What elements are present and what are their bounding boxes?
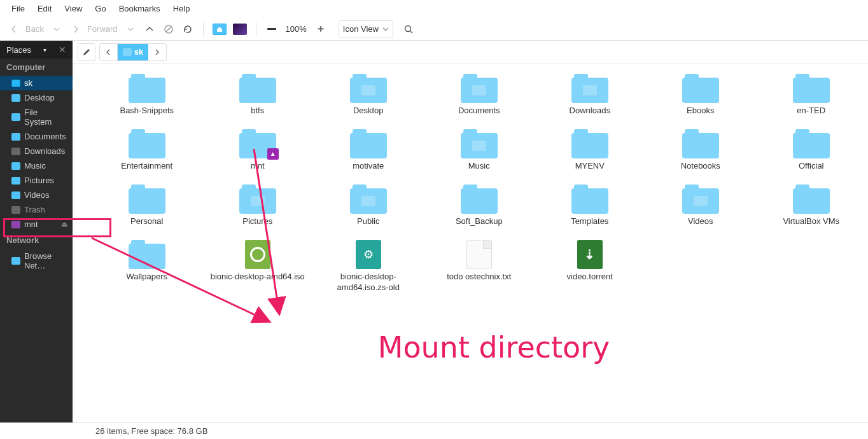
file-item[interactable]: bionic-desktop-amd64.iso — [202, 236, 313, 302]
file-label: bionic-desktop-amd64.iso.zs-old — [318, 272, 419, 293]
parent-button[interactable] — [141, 20, 158, 38]
sidebar-item-browse-net-[interactable]: Browse Net… — [0, 249, 73, 273]
eject-icon[interactable]: ⏏ — [61, 220, 67, 228]
zoom-in-button[interactable]: ＋ — [312, 20, 330, 38]
forward-menu-button[interactable] — [122, 20, 139, 38]
pathbar: sk — [73, 41, 868, 64]
file-item[interactable]: Ebooks — [645, 70, 756, 125]
drive-icon — [11, 221, 20, 228]
file-item[interactable]: ⇣video.torrent — [535, 236, 645, 302]
home-button[interactable] — [210, 20, 229, 38]
chevron-left-icon — [105, 49, 111, 55]
sidebar-item-downloads[interactable]: Downloads — [0, 144, 73, 158]
file-item[interactable]: Desktop — [313, 70, 424, 125]
chevron-down-icon: ▾ — [43, 46, 46, 53]
home-icon — [213, 24, 227, 35]
desktop-emblem-icon — [361, 85, 375, 95]
file-label: mnt — [251, 161, 265, 172]
file-item[interactable]: Documents — [424, 70, 535, 125]
file-item[interactable]: ▲mnt — [202, 125, 313, 181]
file-item[interactable]: Personal — [92, 181, 202, 236]
computer-button[interactable] — [230, 20, 249, 38]
file-item[interactable]: Music — [424, 125, 535, 181]
forward-button[interactable] — [67, 20, 85, 38]
sidebar-item-desktop[interactable]: Desktop — [0, 90, 73, 105]
back-menu-button[interactable] — [48, 20, 66, 38]
menu-bookmarks[interactable]: Bookmarks — [113, 1, 167, 16]
stop-button[interactable] — [160, 20, 178, 38]
sidebar-item-trash[interactable]: Trash — [0, 202, 73, 217]
file-item[interactable]: Public — [313, 181, 424, 236]
file-item[interactable]: en-TED — [756, 70, 867, 125]
file-item[interactable]: Notebooks — [645, 125, 756, 181]
status-text: 26 items, Free space: 76.8 GB — [95, 426, 207, 436]
search-button[interactable] — [400, 20, 417, 38]
file-item[interactable]: MYENV — [535, 125, 645, 181]
reload-button[interactable] — [179, 20, 197, 38]
video-emblem-icon — [694, 196, 708, 206]
sidebar-item-mnt[interactable]: mnt⏏ — [0, 217, 73, 232]
sidebar-item-videos[interactable]: Videos — [0, 188, 73, 202]
file-item[interactable]: todo ostechnix.txt — [424, 236, 535, 302]
folder-icon — [129, 185, 165, 214]
sidebar-item-pictures[interactable]: Pictures — [0, 173, 73, 188]
folder-icon — [11, 162, 20, 170]
file-label: Templates — [571, 216, 608, 227]
file-item[interactable]: ⚙bionic-desktop-amd64.iso.zs-old — [313, 236, 424, 302]
folder-icon — [239, 185, 276, 214]
file-item[interactable]: Videos — [645, 181, 756, 236]
sidebar-item-music[interactable]: Music — [0, 158, 73, 173]
menu-file[interactable]: File — [5, 1, 31, 16]
file-label: Documents — [458, 106, 500, 116]
file-item[interactable]: Wallpapers — [92, 236, 202, 302]
path-segment-current[interactable]: sk — [118, 44, 148, 60]
sidebar-close-button[interactable]: ✕ — [59, 45, 66, 55]
sidebar-item-sk[interactable]: sk — [0, 76, 73, 90]
computer-icon — [233, 24, 247, 35]
chevron-down-icon — [53, 26, 60, 32]
sidebar-item-file-system[interactable]: File System — [0, 105, 73, 129]
zoom-out-button[interactable] — [263, 20, 281, 38]
file-item[interactable]: VirtualBox VMs — [756, 181, 867, 236]
file-item[interactable]: Soft_Backup — [424, 181, 535, 236]
sidebar-section-computer: Computer — [0, 59, 73, 76]
sidebar-item-label: Pictures — [24, 176, 54, 185]
reload-icon — [183, 24, 193, 34]
icon-grid[interactable]: Bash-SnippetsbtfsDesktopDocumentsDownloa… — [73, 64, 868, 422]
menu-view[interactable]: View — [58, 1, 88, 16]
folder-icon — [11, 80, 20, 87]
file-item[interactable]: Entertainment — [92, 125, 202, 181]
file-item[interactable]: Pictures — [202, 181, 313, 236]
folder-icon — [11, 94, 20, 102]
path-next-button[interactable] — [148, 43, 166, 61]
file-item[interactable]: Templates — [535, 181, 645, 236]
toolbar-separator — [203, 22, 204, 36]
menubar: FileEditViewGoBookmarksHelp — [0, 0, 868, 18]
file-label: VirtualBox VMs — [783, 216, 839, 227]
folder-icon — [571, 185, 608, 214]
nav-forward-group: Forward — [67, 20, 139, 38]
file-item[interactable]: motivate — [313, 125, 424, 181]
view-mode-select[interactable]: Icon View — [339, 20, 393, 38]
music-emblem-icon — [472, 141, 486, 151]
svg-line-1 — [166, 27, 171, 32]
folder-icon: ▲ — [239, 129, 276, 158]
file-item[interactable]: Downloads — [535, 70, 645, 125]
file-item[interactable]: btfs — [202, 70, 313, 125]
chevron-down-icon — [382, 26, 389, 32]
menu-edit[interactable]: Edit — [31, 1, 58, 16]
edit-path-button[interactable] — [78, 43, 95, 61]
sidebar-item-label: Desktop — [24, 93, 55, 102]
menu-go[interactable]: Go — [88, 1, 112, 16]
sidebar-item-documents[interactable]: Documents — [0, 129, 73, 144]
sidebar: Places ▾ ✕ ComputerskDesktopFile SystemD… — [0, 41, 73, 422]
file-item[interactable]: Bash-Snippets — [92, 70, 202, 125]
file-label: Bash-Snippets — [120, 106, 174, 116]
menu-help[interactable]: Help — [167, 1, 197, 16]
sidebar-header[interactable]: Places ▾ ✕ — [0, 41, 73, 59]
stop-icon — [164, 24, 174, 34]
back-button[interactable] — [5, 20, 23, 38]
file-item[interactable]: Official — [756, 125, 867, 181]
doc-emblem-icon — [472, 85, 486, 95]
path-prev-button[interactable] — [100, 43, 118, 61]
